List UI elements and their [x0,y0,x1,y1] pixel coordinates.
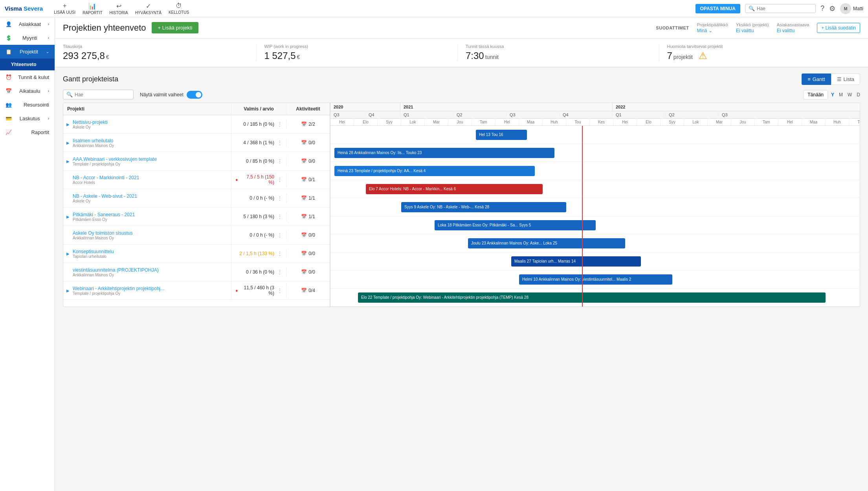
expand-icon[interactable]: ▶ [66,141,71,145]
sidebar-item-raportit[interactable]: 📈 Raportit [0,125,55,139]
nav-kellotus[interactable]: ⏱ KELLOTUS [169,2,189,15]
gantt-bar[interactable]: Helmi 10 Ankkalinnan Mainos Oy: viestint… [519,274,672,285]
gantt-bar[interactable]: Hel 13 Tou 16 [476,130,527,140]
sidebar-item-myynti[interactable]: 💲 Myynti › [0,31,55,45]
settings-icon[interactable]: ⚙ [829,4,835,13]
sidebar-item-tunnit[interactable]: ⏰ Tunnit & kulut [0,70,55,84]
project-link[interactable]: viestintäsuunnitelma (PROJEKTIPOHJA) [73,267,159,273]
expand-icon[interactable]: ▶ [66,215,71,219]
row-menu-icon[interactable]: ⋮ [277,288,282,293]
project-link[interactable]: Iisalmen urheilutalo [73,138,114,143]
gantt-view-lista[interactable]: ☰ Lista [831,74,860,85]
gantt-search-input[interactable] [75,92,130,97]
scale-year[interactable]: Y [831,92,834,97]
filter-am-value[interactable]: Ei valittu [777,28,809,33]
row-menu-icon[interactable]: ⋮ [277,232,282,238]
project-link[interactable]: AAA.Webinaari - verkkosivujen template [73,156,157,162]
valm-cell: ● 11,5 / 460 h (3 %) ⋮ [231,283,286,298]
project-link[interactable]: Webinaari - Arkkitehtiprojektin projekti… [73,286,164,291]
stat-tilauskirja: Tilauskirja 293 275,8€ [63,44,257,61]
aktiv-cell: 📅 0/0 [286,157,330,166]
month-cell-11: Kes [590,119,613,125]
expand-icon[interactable]: ▶ [66,159,71,164]
col-header-aktiv: Aktiviteetit [286,103,330,115]
stat-wip: WIP (work in progress) 1 527,5€ [257,44,458,61]
row-menu-icon[interactable]: ⋮ [277,195,282,201]
row-menu-icon[interactable]: ⋮ [277,177,282,182]
nav-historia[interactable]: ↩ HISTORIA [110,2,128,15]
gantt-bar[interactable]: Heinä 28 Ankkalinnan Mainos Oy: Iis... T… [334,148,554,158]
stat-tilauskirja-label: Tilauskirja [63,44,248,49]
today-button[interactable]: Tänään [803,90,828,99]
expand-icon[interactable]: ▶ [66,289,71,293]
gantt-view-gantt[interactable]: ≡ Gantt [802,74,831,85]
expand-icon[interactable]: ▶ [66,252,71,256]
project-company: Template / projektipohja Oy [73,162,157,166]
aktiv-cell: 📅 1/1 [286,194,330,202]
row-menu-icon[interactable]: ⋮ [277,269,282,275]
filter-pm-value[interactable]: Minä ⌄ [697,28,728,33]
gantt-bar[interactable]: Elo 7 Accor Hotels: NB - Accor - Markkin… [366,184,543,194]
row-menu-icon[interactable]: ⋮ [277,251,282,256]
scale-week[interactable]: W [848,92,852,97]
add-filter-button[interactable]: + Lisää suodatin [817,23,860,33]
nav-raportit[interactable]: 📊 RAPORTIT [83,2,102,15]
show-completed-toggle[interactable] [187,91,202,99]
sidebar-sub-yhteenveto[interactable]: Yhteenveto [0,59,55,70]
gantt-bar[interactable]: Heinä 23 Template / projektipohja Oy: AA… [334,166,535,176]
nav-hyvaksyntä[interactable]: ✓ HYVÄKSYNTÄ [135,2,161,15]
aktiv-value: 0/0 [308,158,315,164]
gantt-bar[interactable]: Elo 22 Template / projektipohja Oy: Webi… [358,292,826,303]
sidebar-label-myynti: Myynti [22,35,37,41]
sidebar-item-laskutus[interactable]: 💳 Laskutus › [0,112,55,125]
project-name-cell: ▶ Pitkämäki - Saneeraus - 2021 Pitkämäen… [63,208,231,226]
project-link[interactable]: Askele Oy toimiston sisustus [73,230,133,236]
scale-day[interactable]: D [857,92,860,97]
global-search[interactable]: 🔍 [745,4,816,13]
search-input[interactable] [757,6,812,11]
aktiv-value: 0/0 [308,232,315,238]
nav-add[interactable]: + LISÄÄ UUSI [54,2,75,15]
gantt-left-panel: Projekti Valmis / arvio Aktiviteetit ▶ N… [63,103,330,307]
gantt-bar[interactable]: Loka 18 Pitkämäen Esso Oy: Pitkämäki - S… [435,220,596,230]
scale-month[interactable]: M [839,92,843,97]
page-title: Projektien yhteenveto [63,23,146,33]
sidebar-item-projektit[interactable]: 📋 Projektit ⌄ [0,45,55,59]
month-cell-5: Jou [448,119,472,125]
gantt-bar[interactable]: Syys 9 Askele Oy: NB - Askele - Web-... … [401,202,566,212]
aktiv-cell: 📅 0/1 [286,175,330,184]
add-project-button[interactable]: + Lisää projekti [152,22,199,33]
expand-icon[interactable]: ▶ [66,122,71,127]
gantt-bar-row: Elo 22 Template / projektipohja Oy: Webi… [330,289,860,307]
month-cell-19: Hel [778,119,802,125]
sidebar-label-resursointi: Resursointi [24,102,49,108]
sidebar-item-resursointi[interactable]: 👥 Resursointi [0,98,55,112]
project-link[interactable]: Nettisivu-projekti [73,120,108,125]
row-menu-icon[interactable]: ⋮ [277,214,282,219]
project-link[interactable]: Konseptisuunnittelu [73,249,114,254]
user-avatar[interactable]: M Matti [840,3,863,14]
month-cell-4: Mar [425,119,448,125]
project-company: Ankkalinnan Mainos Oy [73,143,114,148]
filter-unit-value[interactable]: Ei valittu [736,28,769,33]
gantt-bar[interactable]: Joulu 23 Ankkalinnan Mainos Oy: Aske... … [468,238,625,248]
help-circle-icon[interactable]: ? [820,4,824,13]
row-menu-icon[interactable]: ⋮ [277,158,282,164]
nav-raportit-label: RAPORTIT [83,11,102,15]
project-company: Ankkalinnan Mainos Oy [73,236,133,240]
month-cell-16: Mar [708,119,731,125]
gantt-bar-row: Elo 7 Accor Hotels: NB - Accor - Markkin… [330,180,860,198]
row-menu-icon[interactable]: ⋮ [277,121,282,127]
project-link[interactable]: Pitkämäki - Saneeraus - 2021 [73,212,135,217]
sidebar-item-asiakkaat[interactable]: 👤 Asiakkaat › [0,17,55,31]
help-button[interactable]: OPASTA MINUA [696,4,740,13]
sidebar-item-aikataulu[interactable]: 📅 Aikataulu › [0,84,55,98]
gantt-bar[interactable]: Maalis 27 Tapiolan urh... Marras 14 [511,256,641,267]
year-2020: 2020 [330,103,400,111]
row-menu-icon[interactable]: ⋮ [277,140,282,145]
gantt-search[interactable]: 🔍 [63,90,134,99]
project-link[interactable]: NB - Accor - Markkinointi - 2021 [73,175,139,180]
q-7: Q1 [613,111,666,118]
project-link[interactable]: NB - Askele - Web-sivut - 2021 [73,193,137,199]
calendar-icon: 📅 [301,177,307,182]
